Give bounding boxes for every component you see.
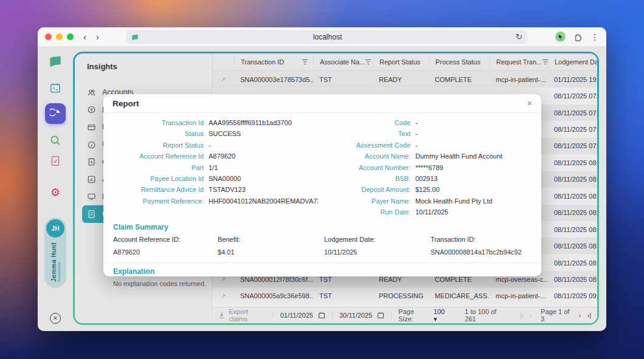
field-value: 10/11/2025: [415, 207, 533, 217]
row-range-text: 1 to 100 of 261: [465, 308, 507, 323]
field-value: TSTADV123: [209, 184, 318, 195]
caret-down-icon: ▾: [434, 315, 437, 323]
report-field: Transaction IdAAA99556ffff6911b1ad3700: [103, 117, 318, 128]
report-field: Assessment Code-: [318, 140, 533, 151]
field-value: SUCCESS: [209, 128, 318, 139]
cell-lodgement-date: 08/11/2025 08:3: [548, 193, 597, 200]
report-field: Text-: [318, 128, 533, 139]
column-header-associate-na[interactable]: Associate Na...: [313, 57, 373, 67]
extensions-icon[interactable]: [573, 32, 583, 41]
browser-window: ‹ › localhost ↻: [38, 27, 606, 331]
report-field: Payee Location IdSNA00000: [103, 173, 318, 184]
field-value: -: [415, 128, 533, 139]
claim-summary-value: $4.01: [218, 248, 324, 256]
back-icon[interactable]: ‹: [83, 32, 86, 42]
field-label: Account Number:: [318, 162, 410, 173]
field-value: SNA00000: [209, 173, 318, 184]
logout-icon[interactable]: ✕: [50, 313, 61, 324]
report-field: BSB:002913: [318, 173, 533, 184]
field-label: Report Status: [103, 140, 204, 151]
header-arrow-column: [212, 57, 234, 67]
field-value: Mock Health Fund Pty Ltd: [415, 196, 533, 207]
app-logo-icon: [47, 53, 63, 69]
forward-icon[interactable]: ›: [96, 32, 99, 42]
field-label: Code: [318, 117, 410, 128]
cell-lodgement-date: 08/11/2025 08:0: [548, 159, 597, 166]
claim-summary-value: 10/11/2025: [324, 248, 431, 256]
cell-lodgement-date: 01/11/2025 19:0: [548, 76, 597, 83]
cell-lodgement-date: 08/11/2025 07:4: [548, 126, 597, 133]
cell-lodgement-date: 08/11/2025 08:4: [548, 276, 597, 283]
field-label: Part: [103, 162, 204, 173]
export-claims-button[interactable]: Export claims: [218, 308, 266, 323]
minimize-window-button[interactable]: [56, 33, 63, 40]
claim-summary-label: Benefit:: [218, 236, 324, 243]
open-row-icon[interactable]: ↗: [212, 76, 234, 83]
report-field: Account Name:Dummy Health Fund Account: [318, 151, 533, 162]
cell-associate-name: TST: [313, 292, 373, 299]
field-label: Transaction Id: [103, 117, 204, 128]
prev-page-icon[interactable]: ‹: [530, 312, 533, 319]
first-page-icon[interactable]: |‹: [520, 312, 524, 319]
report-field: Code-: [318, 117, 533, 128]
search-icon[interactable]: [49, 134, 61, 146]
cell-lodgement-date: 08/11/2025 08:3: [548, 226, 597, 233]
table-row[interactable]: ↗SNA000003e178573d5...TSTREADYCOMPLETEmc…: [212, 71, 597, 87]
filter-icon[interactable]: [365, 59, 372, 65]
date-from-input[interactable]: 01/11/2025: [280, 312, 325, 319]
report-field: Part1/1: [103, 162, 318, 173]
zoom-window-button[interactable]: [67, 33, 74, 40]
document-check-icon[interactable]: [50, 156, 61, 166]
field-label: Payee Location Id: [103, 173, 204, 184]
column-header-lodgement-dat[interactable]: Lodgement Dat...: [548, 57, 597, 67]
claim-summary-label: Lodgement Date:: [324, 236, 431, 243]
filter-icon[interactable]: [302, 59, 308, 65]
cell-request-transaction: mcp-in-patient-...: [490, 292, 548, 299]
date-to-input[interactable]: 30/11/2025: [339, 312, 384, 319]
insights-rail-item[interactable]: [45, 103, 66, 124]
report-field: Payer Name:Mock Health Fund Pty Ltd: [318, 196, 533, 207]
field-value: -: [415, 140, 533, 151]
reload-icon[interactable]: ↻: [516, 32, 522, 41]
doc-dollar-icon: $: [87, 157, 96, 166]
field-value: 002913: [415, 173, 533, 184]
cell-transaction-id: SNA000003e178573d5...: [234, 76, 313, 83]
address-bar[interactable]: localhost ↻: [126, 30, 527, 44]
field-value: -: [415, 117, 533, 128]
table-row[interactable]: ↗SNA000005a9c36e598...TSTPROCESSINGMEDIC…: [212, 288, 597, 304]
toolbar-right-icons: ⋮: [555, 32, 599, 42]
favicon: [131, 33, 139, 41]
field-label: Run Date:: [318, 207, 410, 217]
user-role: Anaesthetist: [57, 244, 61, 282]
svg-text:$: $: [91, 160, 93, 164]
column-header-request-tran[interactable]: Request Tran...: [490, 57, 548, 67]
cell-process-status: MEDICARE_ASS...: [429, 292, 490, 299]
last-page-icon[interactable]: ›|: [587, 312, 591, 319]
field-value: AAA99556ffff6911b1ad3700: [209, 117, 318, 128]
filter-icon[interactable]: [542, 59, 548, 65]
browser-menu-icon[interactable]: ⋮: [590, 32, 599, 42]
cell-lodgement-date: 08/11/2025 08:3: [548, 176, 597, 183]
calendar-small-icon: [377, 312, 384, 319]
screen-icon: [87, 192, 96, 201]
page-size-select[interactable]: 100 ▾: [434, 308, 449, 323]
column-header-report-status[interactable]: Report Status: [373, 57, 429, 67]
report-fields-right: Code-Text-Assessment Code-Account Name:D…: [318, 117, 533, 218]
next-page-icon[interactable]: ›: [579, 312, 581, 319]
gear-icon[interactable]: ⚙: [50, 187, 60, 198]
close-icon[interactable]: ×: [527, 98, 532, 108]
user-profile[interactable]: JH Jemma Hunt Anaesthetist: [44, 217, 66, 288]
report-field: Deposit Amount:$125.00: [318, 184, 533, 195]
column-header-process-status[interactable]: Process Status: [429, 57, 490, 67]
open-row-icon[interactable]: ↗: [212, 293, 234, 299]
close-window-button[interactable]: [45, 33, 52, 40]
users-icon: [87, 88, 96, 97]
explanation-text: No explanation codes returned.: [113, 280, 531, 287]
screen-share-indicator-icon[interactable]: [555, 32, 566, 42]
cell-lodgement-date: 08/11/2025 07:5: [548, 142, 597, 149]
report-field: Payment Reference:HHF00041012NAB2004REMA…: [103, 196, 318, 207]
column-header-transaction-id[interactable]: Transaction ID: [234, 57, 313, 67]
calendar-icon[interactable]: [49, 82, 61, 94]
field-label: Status: [103, 128, 204, 139]
pagination: |‹ ‹ Page 1 of 3 › ›|: [520, 308, 591, 323]
